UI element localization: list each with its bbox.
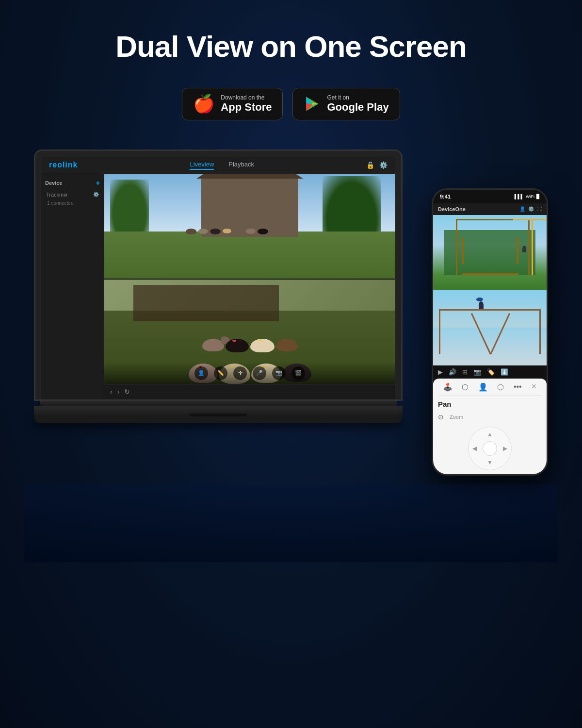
phone-tab-share[interactable]: ⬡ bbox=[497, 382, 504, 392]
laptop-stand bbox=[34, 416, 403, 423]
construction-scene-bottom bbox=[433, 290, 547, 365]
google-play-text: Get it on Google Play bbox=[327, 94, 388, 114]
wifi-icon: WiFi bbox=[526, 194, 534, 199]
building-frame bbox=[456, 219, 530, 275]
app-store-text: Download on the App Store bbox=[221, 94, 272, 114]
phone-camera-top bbox=[433, 215, 547, 290]
joystick-container: ▲ ▼ ◀ ▶ bbox=[438, 427, 542, 470]
phone-grid-icon[interactable]: ⊞ bbox=[462, 368, 468, 376]
reolink-logo: reolink bbox=[49, 161, 78, 169]
phone-play-icon[interactable]: ▶ bbox=[438, 368, 443, 376]
devices-scene: reolink Liveview Playback 🔒 ⚙️ bbox=[24, 149, 558, 562]
nav-next-button[interactable]: › bbox=[117, 388, 120, 396]
mic-button[interactable]: 🎤 bbox=[253, 366, 266, 380]
phone-tab-person[interactable]: 👤 bbox=[478, 382, 488, 392]
app-nav: Liveview Playback bbox=[190, 161, 254, 170]
page-headline: Dual View on One Screen bbox=[115, 29, 467, 64]
sidebar-trackmix[interactable]: Trackmix ⚙️ bbox=[45, 190, 100, 199]
nav-prev-button[interactable]: ‹ bbox=[110, 388, 113, 396]
laptop-screen-outer: reolink Liveview Playback 🔒 ⚙️ bbox=[34, 149, 403, 401]
joystick-down[interactable]: ▼ bbox=[487, 459, 493, 466]
phone-volume-icon[interactable]: 🔊 bbox=[449, 368, 456, 376]
laptop-base bbox=[34, 406, 403, 416]
joystick-left[interactable]: ◀ bbox=[472, 445, 477, 452]
phone-app-header: DeviceOne 👤 ⚙️ ⛶ bbox=[433, 203, 547, 215]
phone-tab-more[interactable]: ••• bbox=[514, 382, 522, 392]
phone-camera-bottom bbox=[433, 290, 547, 365]
phone-video-controls: ▶ 🔊 ⊞ 📷 🏷️ ⬇️ bbox=[433, 365, 547, 379]
phone-person-icon: 👤 bbox=[519, 206, 525, 212]
phone-tab-hex[interactable]: ⬡ bbox=[462, 382, 469, 392]
phone-header-icons: 👤 ⚙️ ⛶ bbox=[519, 206, 542, 212]
google-play-sub-label: Get it on bbox=[327, 94, 388, 101]
record-button[interactable]: 🎬 bbox=[291, 366, 305, 380]
phone: 9:41 ▌▌▌ WiFi ▉ DeviceOne 👤 ⚙️ ⛶ bbox=[432, 188, 548, 476]
app-sidebar: Device + Trackmix ⚙️ 1 connected bbox=[41, 174, 104, 399]
phone-settings-icon[interactable]: ⚙️ bbox=[528, 206, 534, 212]
nav-playback[interactable]: Playback bbox=[228, 161, 254, 170]
reflection bbox=[24, 484, 558, 562]
phone-pan-panel: 🕹️ ⬡ 👤 ⬡ ••• ✕ Pan ⊙ Zoom ▲ bbox=[433, 379, 547, 474]
phone-close-button[interactable]: ✕ bbox=[531, 382, 537, 392]
joystick-center[interactable] bbox=[483, 441, 497, 456]
sidebar-connected-status: 1 connected bbox=[45, 200, 100, 206]
camera-cell-bottom: 👤 ✏️ ✛ 🎤 📷 🎬 bbox=[104, 280, 395, 384]
google-play-icon bbox=[304, 95, 321, 113]
apple-icon: 🍎 bbox=[193, 95, 215, 113]
app-store-main-label: App Store bbox=[221, 101, 272, 114]
barn-scene bbox=[104, 174, 395, 279]
zoom-row: ⊙ Zoom bbox=[438, 413, 542, 421]
app-header-icons: 🔒 ⚙️ bbox=[366, 161, 388, 169]
phone-status-icons: ▌▌▌ WiFi ▉ bbox=[515, 194, 540, 199]
app-main: 👤 ✏️ ✛ 🎤 📷 🎬 ‹ bbox=[104, 174, 395, 399]
settings-icon[interactable]: ⚙️ bbox=[379, 161, 388, 169]
app-store-sub-label: Download on the bbox=[221, 94, 272, 101]
joystick-right[interactable]: ▶ bbox=[503, 445, 507, 452]
phone-notch: 9:41 ▌▌▌ WiFi ▉ bbox=[433, 190, 547, 203]
joystick[interactable]: ▲ ▼ ◀ ▶ bbox=[468, 427, 512, 470]
construction-scene-top bbox=[433, 215, 547, 290]
phone-device-name: DeviceOne bbox=[438, 206, 466, 212]
pan-label: Pan bbox=[438, 400, 542, 408]
phone-expand-icon[interactable]: ⛶ bbox=[537, 206, 542, 212]
camera-controls: 👤 ✏️ ✛ 🎤 📷 🎬 bbox=[104, 363, 395, 384]
ground bbox=[104, 232, 395, 279]
sidebar-trackmix-settings-icon[interactable]: ⚙️ bbox=[93, 192, 99, 197]
zoom-icon: ⊙ bbox=[438, 413, 444, 421]
store-buttons-group: 🍎 Download on the App Store Get it on Go… bbox=[182, 88, 400, 120]
move-button[interactable]: ✛ bbox=[233, 366, 247, 380]
battery-icon: ▉ bbox=[536, 194, 540, 199]
laptop: reolink Liveview Playback 🔒 ⚙️ bbox=[34, 149, 403, 423]
app-header: reolink Liveview Playback 🔒 ⚙️ bbox=[41, 157, 395, 174]
phone-tab-joystick[interactable]: 🕹️ bbox=[443, 382, 453, 392]
laptop-screen: reolink Liveview Playback 🔒 ⚙️ bbox=[41, 157, 395, 399]
app-store-button[interactable]: 🍎 Download on the App Store bbox=[182, 88, 283, 120]
app-body: Device + Trackmix ⚙️ 1 connected bbox=[41, 174, 395, 399]
phone-tag-icon[interactable]: 🏷️ bbox=[487, 368, 495, 376]
laptop-hinge bbox=[40, 401, 397, 406]
sidebar-device-label: Device + bbox=[45, 179, 100, 187]
sidebar-add-icon[interactable]: + bbox=[96, 179, 100, 187]
barn-body bbox=[201, 179, 298, 237]
lock-icon: 🔒 bbox=[366, 161, 374, 169]
nav-refresh-button[interactable]: ↻ bbox=[124, 388, 130, 396]
phone-screen: DeviceOne 👤 ⚙️ ⛶ bbox=[433, 203, 547, 474]
google-play-main-label: Google Play bbox=[327, 101, 388, 114]
phone-tab-icons: 🕹️ ⬡ 👤 ⬡ ••• ✕ bbox=[438, 382, 542, 396]
joystick-up[interactable]: ▲ bbox=[487, 431, 493, 438]
camera-cell-top bbox=[104, 174, 395, 279]
phone-download-icon[interactable]: ⬇️ bbox=[501, 368, 508, 376]
camera-grid: 👤 ✏️ ✛ 🎤 📷 🎬 bbox=[104, 174, 395, 384]
google-play-button[interactable]: Get it on Google Play bbox=[292, 88, 400, 120]
barn-roof bbox=[196, 174, 303, 179]
snapshot-button[interactable]: 📷 bbox=[272, 366, 286, 380]
app-footer: ‹ › ↻ bbox=[104, 384, 395, 399]
zoom-label: Zoom bbox=[450, 414, 463, 420]
phone-time: 9:41 bbox=[440, 194, 451, 199]
edit-button[interactable]: ✏️ bbox=[214, 366, 227, 380]
phone-camera-icon[interactable]: 📷 bbox=[473, 368, 481, 376]
signal-icon: ▌▌▌ bbox=[515, 194, 524, 199]
nav-liveview[interactable]: Liveview bbox=[190, 161, 214, 170]
person-detect-button[interactable]: 👤 bbox=[194, 366, 208, 380]
